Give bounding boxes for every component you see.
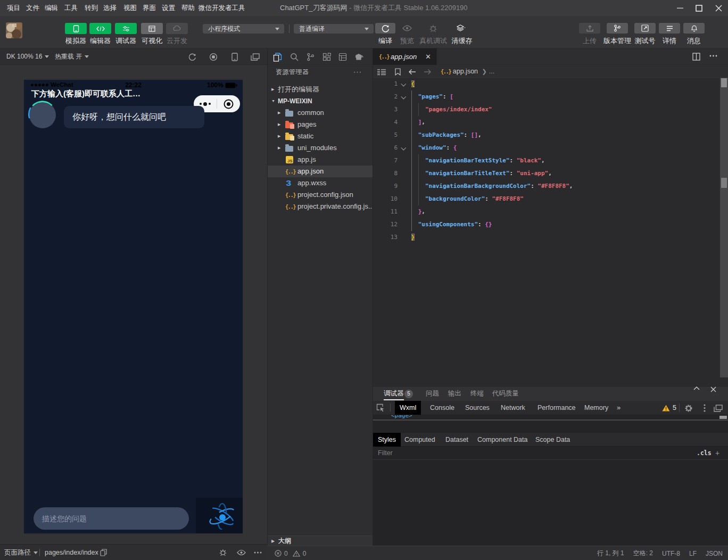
devtools-settings-button[interactable] — [684, 403, 693, 413]
editor-more-button[interactable] — [709, 55, 718, 63]
code-line[interactable]: 8 "navigationBarTitleText": "uni-app", — [373, 167, 719, 180]
wxml-elements-tree[interactable]: <page> — [373, 415, 728, 433]
code-line[interactable]: 2 "pages": [ — [373, 90, 719, 103]
search-view-button[interactable] — [289, 52, 299, 62]
menu-item[interactable]: 微信开发者工具 — [198, 0, 245, 16]
debugger-tab[interactable]: 调试器 — [384, 386, 404, 401]
scrollbar-thumb[interactable] — [721, 78, 727, 87]
exit-button[interactable] — [217, 99, 240, 109]
page-path-select[interactable]: 页面路径 — [4, 545, 38, 560]
menu-item[interactable]: 帮助 — [181, 0, 195, 16]
styles-tab[interactable]: Component Data — [473, 433, 533, 447]
open-editors-section[interactable]: ▶ 打开的编辑器 — [268, 84, 373, 95]
user-avatar[interactable] — [6, 22, 22, 38]
devtools-tab[interactable]: Performance — [533, 401, 581, 415]
copy-path-button[interactable] — [100, 549, 107, 556]
snippets-view-button[interactable] — [338, 52, 348, 62]
menu-item[interactable]: 设置 — [162, 0, 175, 16]
tree-item[interactable]: ▶ common — [268, 107, 373, 119]
code-line[interactable]: 11 }, — [373, 205, 719, 218]
debugger-tab[interactable]: 输出 — [448, 386, 461, 401]
maximize-button[interactable] — [690, 0, 708, 16]
devtools-tab[interactable]: Sources — [460, 401, 494, 415]
collapse-panel-button[interactable] — [693, 386, 704, 401]
breadcrumb[interactable]: {..} app.json ❯... — [441, 65, 494, 78]
code-line[interactable]: 7 "navigationBarTextStyle": "black", — [373, 154, 719, 167]
device-zoom-select[interactable]: DK 100% 16 — [6, 48, 49, 65]
editor-scrollbar[interactable] — [720, 78, 728, 377]
code-line[interactable]: 6 "window": { — [373, 142, 719, 154]
explorer-more-button[interactable]: ··· — [353, 68, 362, 76]
warning-counter[interactable]: 5 — [662, 401, 676, 415]
code-line[interactable]: 9 "navigationBarBackgroundColor": "#F8F8… — [373, 180, 719, 193]
question-input[interactable]: 描述您的问题 — [34, 507, 189, 530]
details-button[interactable] — [659, 23, 680, 34]
problems-status[interactable]: 0 0 — [275, 546, 306, 560]
dock-side-button[interactable] — [714, 403, 723, 413]
toggle-class-button[interactable]: .cls — [697, 447, 712, 460]
messages-button[interactable] — [683, 23, 705, 34]
minimize-button[interactable] — [671, 0, 689, 16]
more-options-button[interactable] — [254, 551, 262, 554]
close-tab-icon[interactable]: ✕ — [425, 48, 431, 65]
code-line[interactable]: 4 ], — [373, 116, 719, 129]
project-root-section[interactable]: ▼ MP-WEIXIN — [268, 95, 373, 107]
upload-button[interactable] — [579, 23, 600, 34]
menu-item[interactable]: 项目 — [7, 0, 20, 16]
menu-item[interactable]: 编辑 — [45, 0, 58, 16]
debugger-tab[interactable]: 终端 — [470, 386, 484, 401]
extensions-view-button[interactable] — [322, 52, 332, 62]
tab-app-json[interactable]: {..} app.json ✕ — [373, 48, 437, 65]
fold-chevron-icon[interactable] — [401, 142, 408, 154]
indentation[interactable]: 空格: 2 — [633, 549, 653, 558]
tree-item[interactable]: ▶ static — [268, 130, 373, 142]
devtools-overflow-button[interactable]: » — [617, 401, 621, 415]
explorer-view-button[interactable] — [272, 52, 282, 62]
close-button[interactable] — [709, 0, 727, 16]
tree-item[interactable]: ▶ app.json — [268, 166, 373, 177]
menu-item[interactable]: 选择 — [103, 0, 117, 16]
hot-reload-toggle[interactable]: 热重载 开 — [55, 48, 89, 65]
source-control-view-button[interactable] — [305, 52, 315, 62]
styles-tab[interactable]: Styles — [373, 433, 401, 447]
sim-device-button[interactable] — [231, 53, 238, 61]
bookmark-button[interactable] — [393, 67, 402, 77]
simulator-toggle-button[interactable] — [65, 23, 87, 34]
close-panel-button[interactable] — [710, 386, 721, 401]
code-editor[interactable]: 1{2 "pages": [3 "pages/index/index"4 ],5… — [373, 78, 728, 381]
compile-select[interactable]: 普通编译 — [294, 24, 374, 34]
devtools-tab[interactable]: Memory — [580, 401, 613, 415]
preview-eye-button[interactable] — [237, 549, 246, 556]
code-line[interactable]: 13} — [373, 231, 719, 244]
devtools-tab[interactable]: Network — [496, 401, 530, 415]
tree-item[interactable]: ▶ project.config.json — [268, 189, 373, 201]
elements-scrollbar-thumb[interactable] — [719, 416, 727, 419]
language-mode[interactable]: JSON — [706, 550, 723, 557]
inspect-element-button[interactable] — [376, 403, 386, 413]
more-button[interactable] — [194, 102, 217, 106]
menu-item[interactable]: 工具 — [64, 0, 78, 16]
encoding[interactable]: UTF-8 — [662, 550, 680, 557]
tree-item[interactable]: ▶ project.private.config.js... — [268, 201, 373, 212]
outline-list-button[interactable] — [377, 67, 386, 77]
preview-button[interactable] — [397, 23, 417, 34]
eol[interactable]: LF — [689, 550, 697, 557]
tree-item[interactable]: ▶ app.js — [268, 154, 373, 166]
version-control-button[interactable] — [607, 23, 628, 34]
debugger-toggle-button[interactable] — [115, 23, 137, 34]
remote-debug-button[interactable] — [423, 23, 443, 34]
fold-chevron-icon[interactable] — [401, 90, 408, 103]
debugger-tab[interactable]: 代码质量 — [492, 386, 519, 401]
code-line[interactable]: 12 "usingComponents": {} — [373, 218, 719, 231]
debugger-tab[interactable]: 问题 — [426, 386, 439, 401]
element-node[interactable]: <page> — [391, 415, 412, 419]
sim-record-button[interactable] — [209, 53, 218, 61]
clear-cache-button[interactable] — [451, 23, 471, 34]
nav-back-button[interactable] — [407, 67, 417, 77]
filter-input[interactable]: Filter — [378, 447, 393, 460]
test-account-button[interactable] — [634, 23, 656, 34]
sim-refresh-button[interactable] — [188, 53, 196, 61]
cloud-dev-button[interactable] — [166, 23, 188, 34]
outline-section[interactable]: ▶ 大纲 — [268, 536, 373, 546]
compile-button[interactable] — [375, 23, 395, 34]
